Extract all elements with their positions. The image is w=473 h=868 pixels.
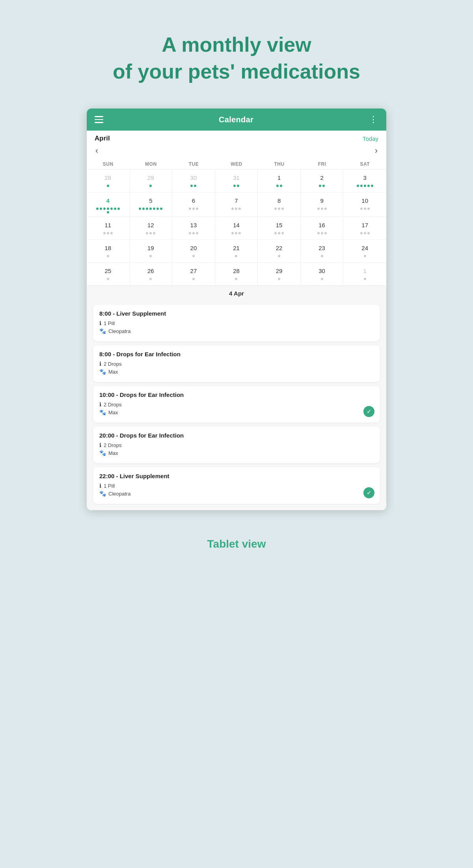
calendar-day[interactable]: 2	[301, 170, 344, 193]
calendar-day[interactable]: 17	[343, 217, 386, 240]
hero-section: A monthly view of your pets' medications	[113, 32, 360, 85]
pet-name: Max	[108, 450, 118, 456]
dots-row	[360, 232, 370, 234]
medication-dot	[278, 232, 280, 234]
day-number: 28	[231, 265, 242, 276]
calendar-day[interactable]: 11	[87, 217, 130, 240]
day-number: 14	[231, 219, 242, 230]
day-number: 1	[274, 172, 285, 183]
dots-row	[317, 232, 327, 234]
calendar-day[interactable]: 24	[343, 240, 386, 263]
calendar-day[interactable]: 22	[258, 240, 301, 263]
dots-row	[233, 185, 239, 187]
medication-dot	[235, 208, 237, 210]
app-title: Calendar	[219, 115, 253, 124]
day-number: 29	[145, 172, 156, 183]
medication-dot	[149, 185, 152, 187]
day-number: 22	[274, 242, 285, 253]
calendar-day[interactable]: 6	[172, 193, 215, 217]
medication-dot	[235, 278, 237, 280]
medication-card[interactable]: 8:00 - Drops for Ear Infectionℹ2 Drops🐾M…	[93, 345, 380, 382]
prev-month-button[interactable]: ‹	[92, 144, 101, 157]
calendar-day[interactable]: 30	[301, 263, 344, 286]
calendar-day[interactable]: 5	[130, 193, 173, 217]
calendar-day[interactable]: 21	[215, 240, 258, 263]
medication-card[interactable]: 8:00 - Liver Supplementℹ1 Pill🐾Cleopatra	[93, 305, 380, 341]
dots-row	[274, 232, 284, 234]
calendar-day[interactable]: 27	[172, 263, 215, 286]
medication-dot	[189, 208, 191, 210]
dots-row	[319, 185, 325, 187]
calendar-day[interactable]: 31	[215, 170, 258, 193]
medication-dot	[194, 185, 196, 187]
dots-row	[146, 232, 155, 234]
medication-dot	[367, 232, 370, 234]
calendar-day[interactable]: 25	[87, 263, 130, 286]
calendar-day[interactable]: 12	[130, 217, 173, 240]
calendar-day[interactable]: 8	[258, 193, 301, 217]
calendar-day[interactable]: 15	[258, 217, 301, 240]
calendar-day[interactable]: 26	[130, 263, 173, 286]
dots-row	[149, 278, 152, 280]
calendar-day[interactable]: 13	[172, 217, 215, 240]
medication-dot	[360, 185, 363, 187]
dots-row	[364, 278, 366, 280]
calendar-day[interactable]: 28	[215, 263, 258, 286]
app-card: Calendar ⋮ April Today ‹ › SUN MON TUE W…	[87, 108, 386, 510]
day-number: 25	[102, 265, 114, 276]
dow-wed: WED	[215, 160, 258, 169]
hamburger-menu[interactable]	[95, 116, 103, 123]
medication-card[interactable]: 10:00 - Drops for Ear Infectionℹ2 Drops🐾…	[93, 386, 380, 423]
dose-value: 1 Pill	[104, 483, 115, 489]
calendar-day[interactable]: 18	[87, 240, 130, 263]
medication-dot	[231, 232, 234, 234]
paw-icon: 🐾	[99, 328, 106, 334]
calendar-day[interactable]: 14	[215, 217, 258, 240]
dots-row	[192, 255, 195, 257]
calendar-day[interactable]: 9	[301, 193, 344, 217]
check-icon[interactable]: ✓	[363, 487, 374, 498]
day-number: 18	[102, 242, 114, 253]
calendar-day[interactable]: 20	[172, 240, 215, 263]
calendar-day[interactable]: 7	[215, 193, 258, 217]
calendar-day[interactable]: 29	[258, 263, 301, 286]
medication-dot	[160, 208, 162, 210]
calendar-day[interactable]: 4	[87, 193, 130, 217]
day-number: 30	[188, 172, 199, 183]
medication-dot	[324, 208, 327, 210]
selected-date-label: 4 Apr	[87, 286, 386, 301]
check-icon[interactable]: ✓	[363, 406, 374, 417]
calendar-day[interactable]: 1	[258, 170, 301, 193]
paw-icon: 🐾	[99, 369, 106, 375]
medication-dot	[321, 255, 323, 257]
day-of-week-headers: SUN MON TUE WED THU FRI SAT	[87, 160, 386, 170]
calendar-day[interactable]: 1	[343, 263, 386, 286]
calendar-day[interactable]: 28	[87, 170, 130, 193]
medication-pet: 🐾Cleopatra	[99, 490, 374, 497]
dots-menu[interactable]: ⋮	[369, 114, 378, 125]
medication-dot	[235, 255, 237, 257]
medication-dot	[196, 232, 198, 234]
calendar-day[interactable]: 29	[130, 170, 173, 193]
medication-card[interactable]: 22:00 - Liver Supplementℹ1 Pill🐾Cleopatr…	[93, 467, 380, 504]
medication-dot	[153, 232, 155, 234]
today-button[interactable]: Today	[363, 135, 378, 142]
day-number: 23	[317, 242, 328, 253]
next-month-button[interactable]: ›	[372, 144, 381, 157]
medication-card[interactable]: 20:00 - Drops for Ear Infectionℹ2 Drops🐾…	[93, 427, 380, 463]
calendar-day[interactable]: 19	[130, 240, 173, 263]
medication-dot	[189, 232, 191, 234]
calendar-day[interactable]: 3	[343, 170, 386, 193]
dots-row	[357, 185, 373, 187]
calendar-day[interactable]: 30	[172, 170, 215, 193]
calendar-day[interactable]: 16	[301, 217, 344, 240]
medication-dot	[107, 208, 109, 210]
dots-row	[278, 278, 280, 280]
medication-dot	[110, 232, 113, 234]
day-number: 2	[317, 172, 328, 183]
calendar-day[interactable]: 10	[343, 193, 386, 217]
dots-row	[274, 208, 284, 210]
day-number: 8	[274, 195, 285, 206]
day-number: 9	[317, 195, 328, 206]
calendar-day[interactable]: 23	[301, 240, 344, 263]
